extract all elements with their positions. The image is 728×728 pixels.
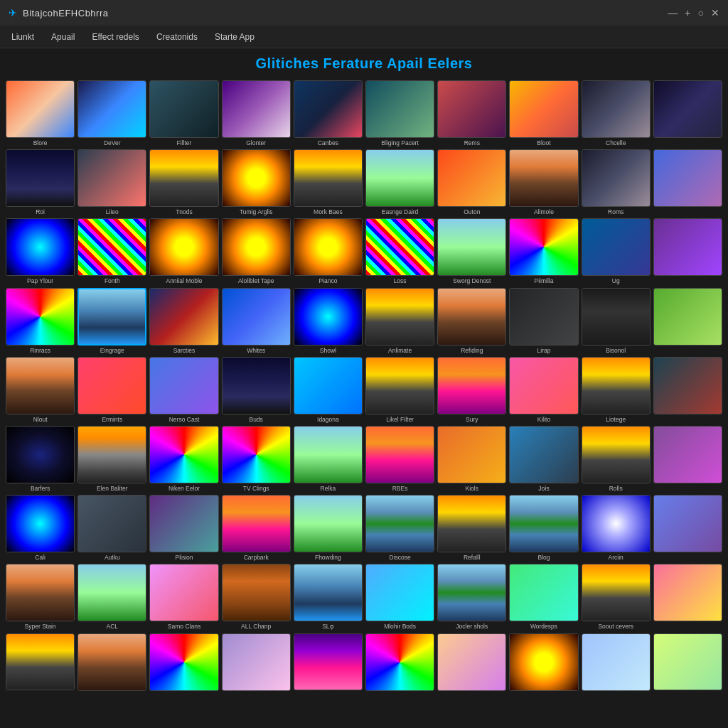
grid-item[interactable]: Soout cevers — [582, 564, 651, 630]
grid-item[interactable] — [653, 426, 722, 492]
close-button[interactable]: ✕ — [711, 7, 719, 18]
grid-item[interactable]: Blog — [509, 495, 578, 561]
grid-item[interactable]: Buds — [222, 357, 291, 423]
grid-item[interactable]: Pianco — [294, 218, 363, 284]
grid-item[interactable]: Wordesps — [509, 564, 578, 630]
grid-item[interactable]: Pap Ylour — [6, 218, 75, 284]
menu-apuail[interactable]: Apuail — [51, 32, 75, 42]
grid-item[interactable]: Ug — [582, 218, 651, 284]
grid-item[interactable]: Showl — [294, 288, 363, 354]
grid-item[interactable]: Mlohir Bods — [365, 564, 434, 630]
grid-item[interactable] — [582, 633, 651, 692]
grid-item[interactable]: Rolls — [582, 426, 651, 492]
grid-item[interactable] — [653, 633, 722, 692]
grid-item[interactable]: Arciin — [582, 495, 651, 561]
minimize-button[interactable]: — — [668, 7, 678, 18]
grid-item[interactable]: Kilito — [509, 357, 578, 423]
grid-item[interactable]: Refiding — [437, 288, 506, 354]
grid-item[interactable]: SLọ — [294, 564, 363, 630]
grid-item[interactable] — [6, 633, 75, 692]
grid-item[interactable]: Tumig Arglis — [222, 149, 291, 215]
grid-item[interactable]: Cali — [6, 495, 75, 561]
grid-item[interactable] — [509, 633, 578, 692]
grid-item[interactable]: DeVer — [77, 80, 146, 146]
grid-item[interactable]: Eingrage — [77, 288, 146, 354]
grid-item[interactable]: Bisonol — [582, 288, 651, 354]
grid-item[interactable] — [653, 218, 722, 284]
grid-item[interactable]: ACL — [77, 564, 146, 630]
grid-item[interactable]: Samo Clans — [149, 564, 218, 630]
grid-item[interactable] — [222, 633, 291, 692]
grid-item[interactable]: Elen Baliter — [77, 426, 146, 492]
menu-effect-redels[interactable]: Effect redels — [92, 32, 139, 42]
grid-item[interactable]: Sarcties — [149, 288, 218, 354]
grid-item[interactable]: Anniial Moble — [149, 218, 218, 284]
grid-item[interactable] — [149, 633, 218, 692]
grid-item[interactable]: Lirap — [509, 288, 578, 354]
grid-item[interactable]: Anlimate — [365, 288, 434, 354]
grid-container[interactable]: BloreDeVerFillterGlonterCanbesBliging Pa… — [0, 77, 728, 728]
menu-creatonids[interactable]: Creatonids — [156, 32, 198, 42]
grid-item[interactable] — [653, 564, 722, 630]
grid-item[interactable]: Piimilla — [509, 218, 578, 284]
grid-item[interactable]: Nerso Cast — [149, 357, 218, 423]
grid-item[interactable] — [653, 149, 722, 215]
grid-item[interactable]: Refalll — [437, 495, 506, 561]
grid-item[interactable]: Relka — [294, 426, 363, 492]
menu-starte-app[interactable]: Starte App — [215, 32, 255, 42]
grid-item[interactable]: Niken Eelor — [149, 426, 218, 492]
grid-item[interactable]: Roi — [6, 149, 75, 215]
grid-item[interactable]: Chcelle — [582, 80, 651, 146]
restore-button[interactable]: ○ — [698, 7, 704, 18]
grid-item[interactable]: Rems — [437, 80, 506, 146]
grid-item[interactable]: Idagona — [294, 357, 363, 423]
grid-item[interactable]: Aloliblet Tape — [222, 218, 291, 284]
grid-item[interactable]: Alimole — [509, 149, 578, 215]
grid-item[interactable]: TV Clings — [222, 426, 291, 492]
grid-item[interactable] — [653, 80, 722, 146]
grid-item[interactable]: Fhowding — [294, 495, 363, 561]
grid-item[interactable]: Fillter — [149, 80, 218, 146]
grid-item[interactable] — [653, 288, 722, 354]
grid-item[interactable]: Easnge Daird — [365, 149, 434, 215]
grid-item[interactable]: Carpbark — [222, 495, 291, 561]
grid-item[interactable]: Bloot — [509, 80, 578, 146]
grid-item[interactable] — [365, 633, 434, 692]
grid-item[interactable] — [653, 495, 722, 561]
grid-item[interactable]: Sury — [437, 357, 506, 423]
grid-item[interactable]: Likel Filter — [365, 357, 434, 423]
menu-liunkt[interactable]: Liunkt — [11, 32, 34, 42]
grid-item[interactable]: Joìs — [509, 426, 578, 492]
grid-item[interactable]: Syper Stain — [6, 564, 75, 630]
grid-item[interactable] — [77, 633, 146, 692]
grid-item[interactable]: Kiols — [437, 426, 506, 492]
grid-item[interactable]: RBEs — [365, 426, 434, 492]
grid-item[interactable] — [294, 633, 363, 692]
grid-item[interactable]: Bliging Pacert — [365, 80, 434, 146]
grid-item[interactable]: Outon — [437, 149, 506, 215]
grid-item[interactable]: Whites — [222, 288, 291, 354]
grid-item[interactable]: Liotege — [582, 357, 651, 423]
grid-item[interactable]: ALL Chanp — [222, 564, 291, 630]
grid-item[interactable]: Tnods — [149, 149, 218, 215]
grid-item[interactable]: Roms — [582, 149, 651, 215]
grid-item[interactable]: Ermints — [77, 357, 146, 423]
grid-item[interactable] — [653, 357, 722, 423]
grid-item[interactable]: Mork Baes — [294, 149, 363, 215]
grid-item[interactable]: Loss — [365, 218, 434, 284]
grid-item[interactable]: Autku — [77, 495, 146, 561]
grid-item[interactable]: Nlout — [6, 357, 75, 423]
grid-item[interactable]: Jocler shols — [437, 564, 506, 630]
grid-item[interactable] — [437, 633, 506, 692]
grid-item[interactable]: Sworg Denost — [437, 218, 506, 284]
grid-item[interactable]: Glonter — [222, 80, 291, 146]
grid-item[interactable]: Canbes — [294, 80, 363, 146]
grid-item[interactable]: Barfers — [6, 426, 75, 492]
grid-item[interactable]: Fonth — [77, 218, 146, 284]
grid-item[interactable]: Liieo — [77, 149, 146, 215]
grid-item[interactable]: Blore — [6, 80, 75, 146]
grid-item[interactable]: Rinracs — [6, 288, 75, 354]
grid-item[interactable]: Plision — [149, 495, 218, 561]
maximize-button[interactable]: + — [685, 7, 690, 18]
grid-item[interactable]: Discose — [365, 495, 434, 561]
